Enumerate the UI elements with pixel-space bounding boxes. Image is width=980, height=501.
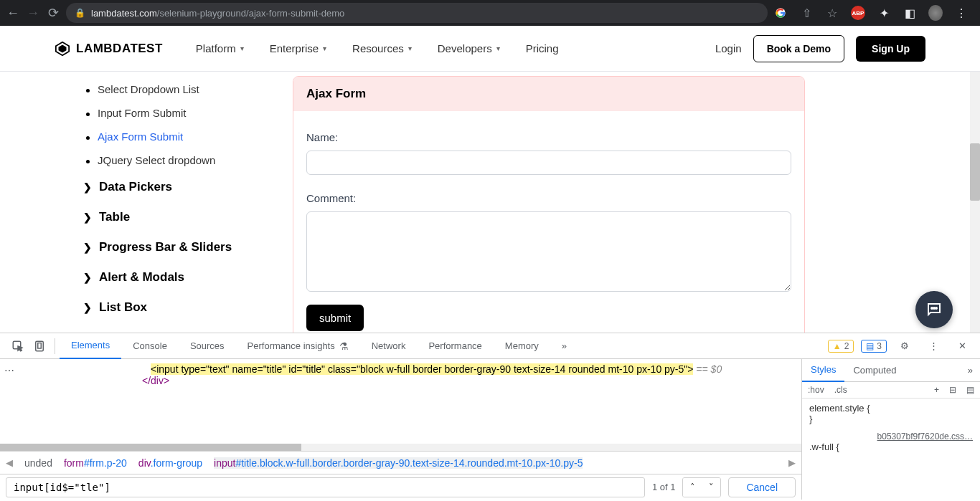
name-input[interactable] (306, 151, 791, 175)
sidebar-category-others[interactable]: ❯Others (83, 323, 293, 333)
elements-search-bar: 1 of 1 ˄ ˅ Cancel (0, 474, 801, 500)
abp-icon[interactable]: ABP (851, 6, 865, 20)
header-actions: Login Book a Demo Sign Up (715, 35, 925, 62)
styles-tab-computed[interactable]: Computed (844, 359, 905, 382)
page-content: Select Dropdown List Input Form Submit A… (0, 72, 980, 333)
tab-performance[interactable]: Performance (417, 333, 493, 359)
nav-developers[interactable]: Developers▾ (438, 42, 500, 54)
tab-sources[interactable]: Sources (179, 333, 236, 359)
submit-button[interactable]: submit (306, 305, 364, 331)
devtools-tabs: Elements Console Sources Performance ins… (0, 333, 980, 359)
breadcrumb-item[interactable]: div.form-group (138, 457, 202, 469)
search-next-button[interactable]: ˅ (702, 478, 720, 497)
logo-text: LAMBDATEST (76, 42, 163, 56)
search-cancel-button[interactable]: Cancel (728, 477, 796, 497)
warnings-badge[interactable]: ▲2 (828, 340, 854, 353)
info-badge[interactable]: ▤3 (861, 340, 887, 353)
nav-platform[interactable]: Platform▾ (196, 42, 244, 54)
source-link[interactable]: b05307bf9f7620de.css… (809, 431, 973, 442)
name-label: Name: (306, 131, 791, 143)
sidebar-category-list-box[interactable]: ❯List Box (83, 292, 293, 323)
sidebar-category-alert[interactable]: ❯Alert & Modals (83, 262, 293, 292)
comment-textarea[interactable] (306, 211, 791, 292)
chevron-right-icon: ❯ (83, 211, 92, 223)
sidebar-toggle-icon[interactable]: ▤ (966, 385, 974, 395)
breadcrumb-next-icon[interactable]: ▶ (788, 457, 796, 468)
lock-icon: 🔒 (75, 8, 85, 18)
demo-button[interactable]: Book a Demo (753, 35, 844, 62)
styles-toolbar: :hov .cls + ⊟ ▤ (802, 382, 980, 399)
reload-icon[interactable]: ⟳ (46, 6, 60, 20)
tab-more[interactable]: » (550, 333, 578, 359)
form-title: Ajax Form (293, 77, 804, 111)
closing-tag[interactable]: </div> (0, 375, 801, 386)
elements-tree[interactable]: ⋯ <input type="text" name="title" id="ti… (0, 359, 801, 444)
sidebar-category-progress[interactable]: ❯Progress Bar & Sliders (83, 232, 293, 262)
scrollbar-thumb[interactable] (970, 143, 980, 201)
gear-icon[interactable]: ⚙ (894, 335, 915, 357)
google-icon[interactable] (773, 6, 788, 20)
chevron-right-icon: ❯ (83, 272, 92, 283)
nav-pricing[interactable]: Pricing (526, 42, 559, 54)
svg-point-4 (933, 307, 935, 309)
tab-memory[interactable]: Memory (494, 333, 550, 359)
login-link[interactable]: Login (715, 42, 742, 54)
elements-hscrollbar[interactable] (0, 444, 801, 451)
sidebar-item-select-dropdown[interactable]: Select Dropdown List (98, 77, 293, 101)
address-bar[interactable]: 🔒 lambdatest.com/selenium-playground/aja… (66, 3, 768, 23)
sidebar-item-input-form-submit[interactable]: Input Form Submit (98, 101, 293, 125)
computed-icon[interactable]: ⊟ (949, 385, 956, 395)
kebab-icon[interactable]: ⋮ (954, 6, 969, 20)
forward-icon[interactable]: → (26, 6, 40, 20)
breadcrumb-item-selected[interactable]: input#title.block.w-full.border.border-g… (214, 457, 583, 469)
styles-content[interactable]: element.style { } b05307bf9f7620de.css… … (802, 399, 980, 457)
hov-toggle[interactable]: :hov (808, 385, 824, 395)
tab-elements[interactable]: Elements (60, 333, 121, 359)
chevron-right-icon: ❯ (83, 302, 92, 313)
sidebar-item-jquery-select[interactable]: JQuery Select dropdown (98, 148, 293, 172)
tab-console[interactable]: Console (121, 333, 179, 359)
breadcrumb-item[interactable]: unded (24, 457, 52, 469)
kebab-icon[interactable]: ⋮ (923, 335, 944, 357)
elements-breadcrumb: ◀ unded form#frm.p-20 div.form-group inp… (0, 451, 801, 474)
profile-avatar[interactable] (928, 6, 943, 20)
panel-icon[interactable]: ◧ (903, 6, 917, 20)
add-rule-icon[interactable]: + (934, 385, 939, 395)
devtools-body: ⋯ <input type="text" name="title" id="ti… (0, 359, 980, 500)
tab-network[interactable]: Network (360, 333, 418, 359)
devtools: Elements Console Sources Performance ins… (0, 333, 980, 500)
inspect-icon[interactable] (7, 335, 29, 357)
back-icon[interactable]: ← (6, 6, 20, 20)
share-icon[interactable]: ⇧ (799, 6, 814, 20)
nav-enterprise[interactable]: Enterprise▾ (270, 42, 326, 54)
breadcrumb-item[interactable]: form#frm.p-20 (64, 457, 127, 469)
chat-bubble-button[interactable] (915, 291, 953, 328)
chevron-down-icon: ▾ (496, 44, 500, 52)
breadcrumb-prev-icon[interactable]: ◀ (6, 457, 13, 468)
signup-button[interactable]: Sign Up (856, 36, 925, 62)
page-scrollbar[interactable] (970, 72, 980, 333)
logo-icon (55, 41, 70, 57)
ajax-form-card: Ajax Form Name: Comment: submit (293, 76, 805, 333)
tab-perf-insights[interactable]: Performance insights ⚗ (236, 333, 360, 359)
svg-point-3 (931, 307, 933, 309)
styles-tabs: Styles Computed » (802, 359, 980, 382)
search-input[interactable] (6, 477, 645, 497)
cls-toggle[interactable]: .cls (834, 385, 847, 395)
device-icon[interactable] (29, 335, 50, 357)
main-nav: Platform▾ Enterprise▾ Resources▾ Develop… (196, 42, 559, 54)
highlighted-element[interactable]: <input type="text" name="title" id="titl… (151, 363, 693, 375)
sidebar-item-ajax-form-submit[interactable]: Ajax Form Submit (98, 125, 293, 148)
star-icon[interactable]: ☆ (825, 6, 839, 20)
logo[interactable]: LAMBDATEST (55, 41, 163, 57)
element-actions-icon[interactable]: ⋯ (4, 365, 15, 376)
nav-resources[interactable]: Resources▾ (352, 42, 412, 54)
search-prev-button[interactable]: ˄ (683, 478, 702, 497)
styles-tab-more[interactable]: » (961, 365, 980, 376)
styles-tab-styles[interactable]: Styles (802, 359, 844, 382)
flask-icon: ⚗ (339, 340, 349, 352)
sidebar-category-data-pickers[interactable]: ❯Data Pickers (83, 172, 293, 202)
close-icon[interactable]: ✕ (951, 335, 973, 357)
sidebar-category-table[interactable]: ❯Table (83, 202, 293, 232)
extensions-icon[interactable]: ✦ (877, 6, 891, 20)
